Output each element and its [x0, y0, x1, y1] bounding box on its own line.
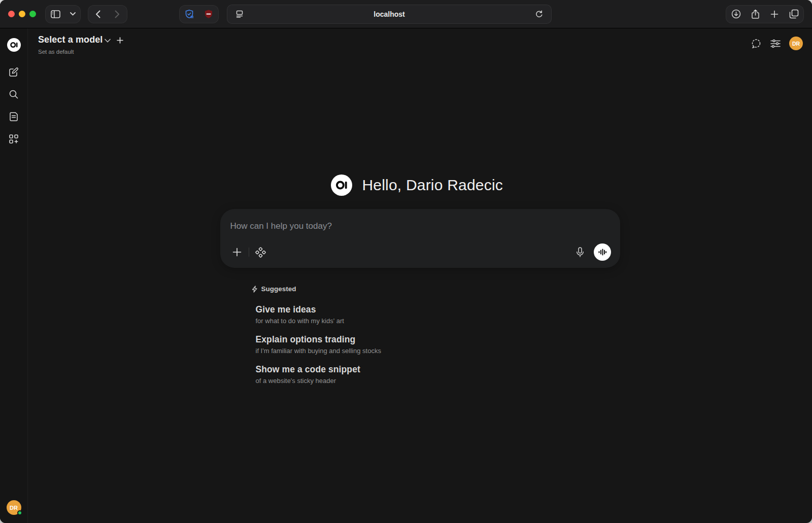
search-icon [9, 89, 19, 99]
composer-toolbar [229, 243, 611, 261]
suggestion-title: Explain options trading [256, 334, 616, 345]
dictate-button[interactable] [572, 245, 588, 260]
toolbar-right-group [726, 5, 804, 23]
share-button[interactable] [746, 5, 765, 23]
suggestion-item[interactable]: Explain options trading if I'm familiar … [252, 330, 620, 360]
new-tab-button[interactable] [765, 5, 784, 23]
download-icon [731, 9, 741, 19]
chat-main: Select a model Set as default [28, 28, 812, 523]
app-sidebar: DR [0, 28, 28, 523]
url-text: localhost [227, 10, 551, 18]
plus-icon [232, 248, 242, 257]
integrations-button[interactable] [253, 245, 268, 260]
microphone-icon [576, 247, 584, 257]
tabs-icon [789, 9, 799, 19]
set-default-button[interactable]: Set as default [38, 49, 123, 55]
suggestion-item[interactable]: Show me a code snippet of a website's st… [252, 360, 620, 390]
model-selector-block: Select a model Set as default [38, 34, 123, 55]
history-nav-group [88, 5, 127, 23]
notes-button[interactable] [5, 108, 23, 126]
search-button[interactable] [5, 85, 23, 103]
suggested-section: Suggested Give me ideas for what to do w… [252, 285, 620, 390]
open-webui-logo [7, 38, 21, 52]
open-webui-logo [331, 175, 352, 196]
message-input[interactable] [229, 218, 611, 232]
model-selector[interactable]: Select a model [38, 34, 123, 45]
share-icon [751, 9, 760, 19]
controls-sliders-icon [770, 38, 781, 49]
chat-controls-button[interactable] [770, 38, 781, 49]
extensions-group: M [179, 5, 219, 23]
chevron-left-icon [95, 10, 100, 18]
integrations-icon [255, 247, 266, 258]
avatar-initials: DR [792, 41, 800, 47]
temporary-chat-button[interactable] [751, 38, 762, 49]
suggestion-subtitle: of a website's sticky header [256, 377, 616, 385]
composer-divider [249, 248, 249, 257]
suggested-header: Suggested [252, 285, 620, 293]
model-selector-label: Select a model [38, 34, 103, 45]
reload-icon [535, 10, 543, 18]
lightning-bolt-icon [252, 286, 258, 293]
chevron-right-icon [115, 10, 120, 18]
chevron-down-icon [105, 39, 111, 43]
address-bar[interactable]: localhost [227, 5, 552, 24]
reload-button[interactable] [532, 5, 546, 23]
zoom-window-button[interactable] [29, 11, 36, 17]
suggestion-subtitle: if I'm familiar with buying and selling … [256, 347, 616, 355]
message-composer [220, 209, 620, 268]
oi-glyph [335, 179, 348, 192]
plus-icon [117, 37, 123, 44]
workspace-icon [9, 134, 19, 144]
greeting-row: Hello, Dario Radecic [331, 175, 620, 196]
page-settings-button[interactable] [232, 5, 247, 23]
page-format-icon [235, 10, 244, 18]
downloads-button[interactable] [726, 5, 746, 23]
suggestion-subtitle: for what to do with my kids' art [256, 317, 616, 325]
suggested-label: Suggested [261, 285, 296, 293]
svg-text:M: M [191, 15, 194, 18]
traffic-lights [8, 11, 36, 17]
avatar-initials: DR [10, 505, 18, 511]
sidebar-panel-icon [51, 10, 60, 18]
temporary-chat-icon [751, 38, 762, 49]
sidebar-toggle-group [45, 5, 81, 23]
minimize-window-button[interactable] [19, 11, 25, 17]
shield-check-icon: M [184, 9, 194, 19]
tab-overview-button[interactable] [784, 5, 803, 23]
suggestion-title: Give me ideas [256, 304, 616, 315]
content-blocker-extension-button[interactable] [199, 5, 218, 23]
sidebar-menu-chevron-button[interactable] [65, 5, 80, 23]
back-button[interactable] [88, 5, 108, 23]
sidebar-icon-list [5, 63, 23, 148]
attach-button[interactable] [229, 245, 245, 260]
suggestion-item[interactable]: Give me ideas for what to do with my kid… [252, 300, 620, 330]
new-chat-button[interactable] [5, 63, 23, 81]
sidebar-user-avatar[interactable]: DR [7, 500, 21, 515]
main-header: Select a model Set as default [28, 28, 812, 55]
voice-waveform-icon [598, 249, 606, 256]
shield-block-icon [204, 9, 214, 19]
browser-toolbar: M localhost [0, 0, 812, 28]
close-window-button[interactable] [8, 11, 15, 17]
sidebar-logo-button[interactable] [5, 36, 23, 54]
plus-icon [770, 10, 779, 18]
suggestion-list: Give me ideas for what to do with my kid… [252, 300, 620, 390]
header-user-avatar[interactable]: DR [789, 37, 803, 50]
new-chat-icon [9, 67, 19, 77]
app-shell: DR Select a model [0, 28, 812, 523]
chevron-down-icon [70, 12, 76, 16]
greeting-text: Hello, Dario Radecic [362, 177, 503, 194]
voice-mode-button[interactable] [594, 243, 611, 261]
forward-button[interactable] [108, 5, 127, 23]
center-column: Hello, Dario Radecic [220, 175, 620, 390]
add-model-button[interactable] [117, 37, 123, 44]
toggle-browser-sidebar-button[interactable] [46, 5, 65, 23]
browser-window: M localhost [0, 0, 812, 523]
header-actions: DR [751, 37, 803, 50]
suggestion-title: Show me a code snippet [256, 364, 616, 375]
shield-check-extension-button[interactable]: M [180, 5, 199, 23]
notes-icon [9, 112, 19, 122]
oi-glyph [10, 41, 18, 49]
workspace-button[interactable] [5, 130, 23, 148]
